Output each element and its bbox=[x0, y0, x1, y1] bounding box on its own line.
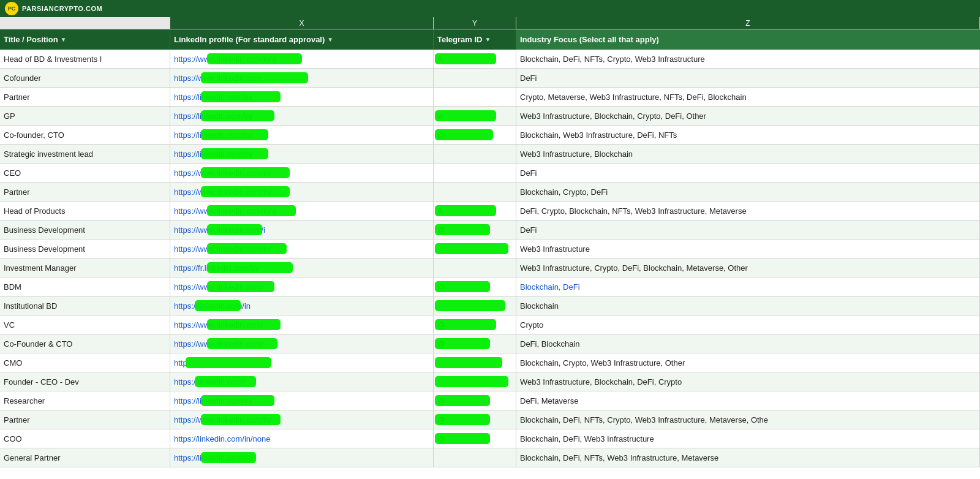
table-row: General Partnerhttps://linkedin.com/in/B… bbox=[0, 448, 980, 467]
privacy-blur bbox=[435, 414, 490, 425]
privacy-blur bbox=[435, 357, 502, 368]
privacy-blur bbox=[186, 357, 271, 368]
privacy-blur bbox=[435, 281, 490, 292]
cell-title: Business Development bbox=[0, 221, 170, 239]
cell-title: COO bbox=[0, 429, 170, 448]
table-row: Co-Founder & CTOhttps://www.linkedin.com… bbox=[0, 334, 980, 353]
table-row: CEOhttps://www.linkedin.com/in/DeFi bbox=[0, 164, 980, 183]
title-dropdown-arrow[interactable]: ▼ bbox=[61, 36, 67, 43]
cell-telegram bbox=[434, 448, 516, 467]
cell-title: GP bbox=[0, 107, 170, 125]
cell-industry: Blockchain, DeFi, NFTs, Crypto, Web3 Inf… bbox=[516, 50, 980, 68]
column-headers-row: X Y Z bbox=[0, 17, 980, 29]
privacy-blur bbox=[207, 338, 277, 349]
privacy-blur bbox=[435, 433, 490, 444]
cell-title: Investment Manager bbox=[0, 258, 170, 277]
cell-industry: Blockchain, DeFi bbox=[516, 277, 980, 296]
privacy-blur bbox=[201, 395, 274, 406]
field-header-telegram[interactable]: Telegram ID ▼ bbox=[434, 29, 516, 50]
cell-title: Head of Products bbox=[0, 202, 170, 220]
table-row: COOhttps://linkedin.com/in/none@Blockcha… bbox=[0, 429, 980, 448]
table-row: Head of BD & Investments Ihttps://www.li… bbox=[0, 50, 980, 69]
cell-industry: DeFi, Crypto, Blockchain, NFTs, Web3 Inf… bbox=[516, 202, 980, 220]
table-row: Co-founder, CTOhttps://linkedin.com/in/@… bbox=[0, 126, 980, 145]
table-row: VChttps://www.linkedin.com/@Crypto bbox=[0, 315, 980, 334]
privacy-blur bbox=[201, 148, 268, 159]
cell-telegram bbox=[434, 88, 516, 106]
logo-area: PC PARSIANCRYPTO.COM bbox=[5, 2, 102, 15]
table-row: Cofounderhttps://www.linkedin.comDeFi bbox=[0, 69, 980, 88]
privacy-blur bbox=[195, 376, 256, 387]
table-row: Investment Managerhttps://fr.linkedin.co… bbox=[0, 258, 980, 277]
cell-industry: Blockchain, Crypto, DeFi bbox=[516, 183, 980, 201]
cell-industry: Web3 Infrastructure, Crypto, DeFi, Block… bbox=[516, 258, 980, 277]
top-bar: PC PARSIANCRYPTO.COM bbox=[0, 0, 980, 17]
privacy-blur bbox=[435, 376, 508, 387]
cell-industry: DeFi bbox=[516, 69, 980, 87]
table-row: Partnerhttps://www.linkedin.com/in/Block… bbox=[0, 183, 980, 202]
cell-industry: Blockchain, DeFi, Web3 Infrastructure bbox=[516, 429, 980, 448]
privacy-blur bbox=[435, 205, 496, 216]
cell-industry: Crypto bbox=[516, 315, 980, 334]
privacy-blur bbox=[435, 224, 490, 235]
privacy-blur bbox=[201, 452, 256, 463]
header-spacer bbox=[0, 17, 170, 29]
cell-title: CEO bbox=[0, 164, 170, 182]
privacy-blur bbox=[201, 110, 274, 121]
privacy-blur bbox=[195, 300, 241, 311]
cell-telegram bbox=[434, 164, 516, 182]
privacy-blur bbox=[207, 243, 287, 254]
privacy-blur bbox=[435, 110, 496, 121]
cell-title: Business Development bbox=[0, 240, 170, 258]
cell-title: Co-founder, CTO bbox=[0, 126, 170, 144]
privacy-blur bbox=[201, 186, 290, 197]
cell-industry: Blockchain bbox=[516, 296, 980, 315]
privacy-blur bbox=[435, 300, 505, 311]
cell-telegram bbox=[434, 258, 516, 277]
privacy-blur bbox=[207, 281, 274, 292]
table-row: Head of Productshttps://www.linkedin.com… bbox=[0, 202, 980, 221]
telegram-dropdown-arrow[interactable]: ▼ bbox=[484, 36, 491, 43]
table-row: BDMhttps://www.linkedin.com/@Blockchain,… bbox=[0, 277, 980, 296]
cell-title: VC bbox=[0, 315, 170, 334]
col-header-y[interactable]: Y bbox=[434, 17, 516, 29]
cell-industry: DeFi, Blockchain bbox=[516, 334, 980, 353]
table-row: Business Developmenthttps://www.linkedin… bbox=[0, 221, 980, 240]
cell-industry: DeFi, Metaverse bbox=[516, 391, 980, 410]
cell-telegram bbox=[434, 183, 516, 201]
privacy-blur bbox=[435, 319, 496, 330]
linkedin-dropdown-arrow[interactable]: ▼ bbox=[327, 36, 333, 43]
cell-title: Partner bbox=[0, 410, 170, 429]
cell-title: Partner bbox=[0, 88, 170, 106]
col-header-z[interactable]: Z bbox=[516, 17, 980, 29]
cell-title: Head of BD & Investments I bbox=[0, 50, 170, 68]
field-header-title[interactable]: Title / Position ▼ bbox=[0, 29, 170, 50]
table-row: Founder - CEO - Devhttps://linkedin.com/… bbox=[0, 372, 980, 391]
spreadsheet-container: PC PARSIANCRYPTO.COM X Y Z Title / Posit… bbox=[0, 0, 980, 479]
privacy-blur bbox=[201, 414, 281, 425]
privacy-blur bbox=[207, 53, 302, 64]
table-row: Researcherhttps://linkedin.com/in/@DeFi,… bbox=[0, 391, 980, 410]
field-header-linkedin[interactable]: LinkedIn profile (For standard approval)… bbox=[170, 29, 434, 50]
privacy-blur bbox=[435, 338, 490, 349]
privacy-blur bbox=[207, 224, 262, 235]
privacy-blur bbox=[435, 395, 490, 406]
privacy-blur bbox=[435, 53, 496, 64]
cell-title: Cofounder bbox=[0, 69, 170, 87]
cell-linkedin: https://linkedin.com/in/none bbox=[170, 429, 434, 448]
cell-title: Co-Founder & CTO bbox=[0, 334, 170, 353]
cell-industry: Web3 Infrastructure bbox=[516, 240, 980, 258]
privacy-blur bbox=[435, 243, 508, 254]
privacy-blur bbox=[435, 129, 493, 140]
cell-title: Strategic investment lead bbox=[0, 145, 170, 163]
cell-industry: Web3 Infrastructure, Blockchain, Crypto,… bbox=[516, 107, 980, 125]
cell-industry: Blockchain, Web3 Infrastructure, DeFi, N… bbox=[516, 126, 980, 144]
field-header-industry[interactable]: Industry Focus (Select all that apply) bbox=[516, 29, 980, 50]
col-header-x[interactable]: X bbox=[170, 17, 434, 29]
cell-industry: Crypto, Metaverse, Web3 Infrastructure, … bbox=[516, 88, 980, 106]
privacy-blur bbox=[201, 129, 268, 140]
data-table: Head of BD & Investments Ihttps://www.li… bbox=[0, 50, 980, 467]
cell-industry: DeFi bbox=[516, 164, 980, 182]
cell-title: BDM bbox=[0, 277, 170, 296]
privacy-blur bbox=[201, 91, 281, 102]
